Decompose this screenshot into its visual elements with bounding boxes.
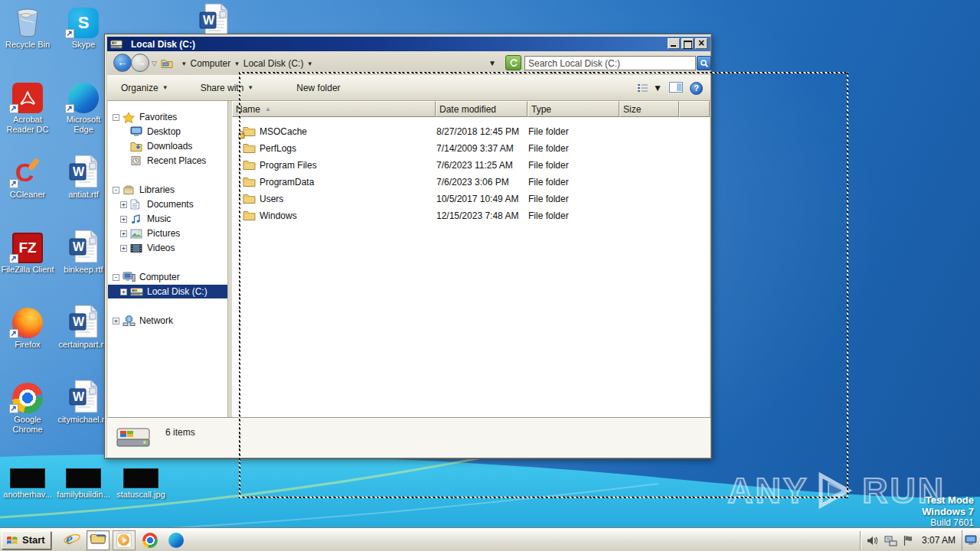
desktop-icon-firefox[interactable]: Firefox	[0, 303, 55, 350]
desktop-icon-acrobat-reader-dc[interactable]: Acrobat Reader DC	[0, 78, 55, 135]
search-box[interactable]	[524, 56, 696, 70]
tree-item-computer[interactable]: -Computer	[108, 270, 180, 284]
volume-icon[interactable]	[867, 535, 879, 546]
desktop-icon-ccleaner[interactable]: CCCleaner	[0, 153, 55, 200]
taskbar-button-windows-explorer[interactable]	[87, 530, 109, 550]
desktop-icon-antiat-rtf[interactable]: Wantiat.rtf	[56, 153, 111, 200]
tree-item-documents[interactable]: +Documents	[108, 197, 194, 211]
tree-item-libraries[interactable]: -Libraries	[108, 183, 175, 197]
command-toolbar: Organize▼ Share with▼ New folder ▼ ?	[107, 75, 710, 101]
column-header-type[interactable]: Type	[528, 101, 619, 117]
help-button[interactable]: ?	[690, 82, 703, 95]
expander-plus-icon[interactable]: +	[120, 245, 127, 252]
expander-plus-icon[interactable]: +	[120, 289, 127, 295]
desktop-icon-statuscall-jpg[interactable]: statuscall.jpg	[113, 465, 168, 500]
show-desktop-button[interactable]	[962, 530, 978, 550]
drive-icon	[130, 286, 144, 298]
breadcrumb-item-local-disk[interactable]: Local Disk (C:)	[243, 58, 304, 69]
tree-item-recent-places[interactable]: Recent Places	[108, 154, 206, 168]
details-pane: 6 items	[107, 417, 710, 458]
breadcrumb-separator-icon[interactable]: ▾	[235, 60, 239, 67]
organize-button[interactable]: Organize▼	[118, 80, 172, 96]
expander-plus-icon[interactable]: +	[120, 230, 127, 237]
taskbar-button-chrome[interactable]	[139, 530, 162, 550]
tree-item-videos[interactable]: +Videos	[108, 241, 175, 255]
column-header-date-modified[interactable]: Date modified	[436, 101, 528, 117]
column-header-name[interactable]: Name ▲	[232, 101, 436, 117]
breadcrumb[interactable]: ▾ Computer ▾ Local Disk (C:) ▾	[161, 56, 316, 70]
desktop-icon-google-chrome[interactable]: Google Chrome	[0, 378, 55, 435]
action-center-flag-icon[interactable]	[903, 535, 913, 546]
desktop-icon-skype[interactable]: SSkype	[56, 3, 111, 50]
start-label: Start	[22, 534, 45, 546]
title-bar[interactable]: Local Disk (C:)	[107, 37, 710, 51]
desktop-icon-familybuildin[interactable]: familybuildin...	[56, 465, 111, 500]
desktop-icon-certainpart-rtf[interactable]: Wcertainpart.rtf	[56, 303, 111, 350]
share-with-button[interactable]: Share with▼	[198, 80, 257, 96]
desktop-icon-partial-document[interactable]: W	[186, 2, 241, 37]
acrobat-icon	[0, 78, 55, 113]
desktop-icon-citymichael-rtf[interactable]: Wcitymichael.rtf	[56, 378, 111, 425]
preview-pane-button[interactable]	[669, 82, 683, 95]
taskbar-button-internet-explorer[interactable]: e	[60, 530, 83, 550]
start-button[interactable]: Start	[2, 531, 51, 549]
chevron-down-icon: ▼	[653, 83, 662, 93]
tree-item-downloads[interactable]: Downloads	[108, 139, 192, 153]
breadcrumb-item-computer[interactable]: Computer	[191, 58, 231, 69]
refresh-button[interactable]	[505, 55, 521, 70]
desktop-icon-recycle-bin[interactable]: Recycle Bin	[0, 3, 55, 50]
expander-plus-icon[interactable]: +	[113, 318, 119, 324]
taskbar-button-media-player[interactable]	[113, 530, 136, 550]
forward-button[interactable]	[131, 54, 149, 72]
windows-version-line: Windows 7	[922, 506, 974, 517]
minimize-button[interactable]	[668, 38, 680, 49]
maximize-button[interactable]	[681, 38, 694, 49]
desktop-icon-anotherhav[interactable]: anotherhav...	[0, 465, 55, 500]
desktop-icon-filezilla-client[interactable]: FZFileZilla Client	[0, 228, 55, 275]
expander-plus-icon[interactable]: +	[120, 201, 127, 208]
file-date-modified: 12/15/2023 7:48 AM	[436, 210, 518, 221]
tree-item-music[interactable]: +Music	[108, 212, 171, 226]
skype-icon: S	[56, 3, 111, 38]
expander-minus-icon[interactable]: -	[113, 187, 119, 194]
tree-item-label: Music	[147, 214, 171, 224]
desktop-icon-microsoft-edge[interactable]: Microsoft Edge	[56, 78, 111, 135]
tree-item-local-disk-c[interactable]: +Local Disk (C:)	[108, 285, 227, 298]
anyrun-play-icon	[813, 470, 858, 511]
taskbar-clock[interactable]: 3:07 AM	[922, 535, 956, 546]
tray-divider	[860, 531, 861, 549]
tree-item-label: Downloads	[147, 141, 192, 152]
column-header-size[interactable]: Size	[619, 101, 679, 117]
explorer-folder-icon	[161, 57, 175, 69]
file-row-program-files[interactable]: Program Files7/6/2023 11:25 AMFile folde…	[232, 158, 710, 173]
file-date-modified: 7/6/2023 3:06 PM	[436, 177, 509, 187]
file-row-windows[interactable]: Windows12/15/2023 7:48 AMFile folder	[232, 208, 710, 223]
expander-plus-icon[interactable]: +	[120, 216, 127, 223]
recent-pages-chevron-icon[interactable]: ▽	[152, 60, 157, 67]
back-button[interactable]	[113, 54, 132, 72]
word-doc-icon: W	[56, 153, 111, 188]
new-folder-button[interactable]: New folder	[293, 80, 343, 96]
expander-minus-icon[interactable]: -	[113, 114, 119, 121]
file-row-programdata[interactable]: ProgramData7/6/2023 3:06 PMFile folder	[232, 174, 710, 190]
network-status-icon[interactable]	[884, 535, 897, 546]
address-history-dropdown-icon[interactable]: ▼	[488, 59, 496, 67]
expander-minus-icon[interactable]: -	[113, 274, 119, 281]
file-row-msocache[interactable]: MSOCache8/27/2018 12:45 PMFile folder	[232, 124, 710, 139]
share-with-label: Share with	[201, 83, 244, 93]
search-button[interactable]	[697, 56, 711, 70]
file-row-perflogs[interactable]: PerfLogs7/14/2009 3:37 AMFile folder	[232, 141, 710, 156]
filezilla-icon: FZ	[0, 228, 55, 263]
search-input[interactable]	[525, 57, 695, 70]
tree-item-pictures[interactable]: +Pictures	[108, 227, 180, 240]
breadcrumb-separator-icon[interactable]: ▾	[308, 60, 312, 67]
tree-item-desktop[interactable]: Desktop	[108, 125, 181, 139]
file-row-users[interactable]: Users10/5/2017 10:49 AMFile folder	[232, 191, 710, 207]
taskbar-button-edge[interactable]	[165, 530, 188, 550]
close-button[interactable]	[695, 38, 707, 49]
tree-item-network[interactable]: +Network	[108, 314, 173, 328]
desktop-icon-binkeep-rtf[interactable]: Wbinkeep.rtf	[56, 228, 111, 275]
views-button[interactable]: ▼	[637, 83, 662, 93]
tree-item-favorites[interactable]: -Favorites	[108, 110, 177, 124]
svg-text:W: W	[73, 315, 85, 328]
